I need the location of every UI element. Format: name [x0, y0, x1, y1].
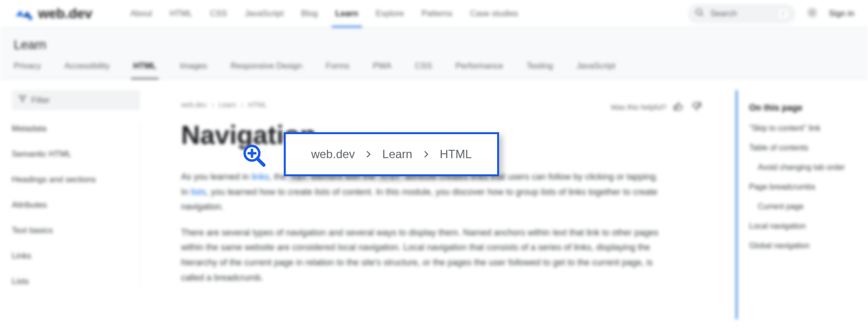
sub-nav: Privacy Accessibility HTML Images Respon…: [14, 61, 854, 79]
helpful-widget: Was this helpful?: [611, 101, 702, 113]
subnav-testing[interactable]: Testing: [526, 61, 553, 79]
thumbs-down-icon[interactable]: [691, 101, 702, 113]
chevron-right-icon: [422, 147, 430, 161]
nav-explore[interactable]: Explore: [376, 1, 404, 26]
svg-line-16: [257, 159, 264, 165]
nav-html[interactable]: HTML: [170, 1, 192, 26]
svg-point-0: [28, 16, 32, 20]
logo-icon: [14, 6, 33, 21]
top-bar: web.dev About HTML CSS JavaScript Blog L…: [0, 0, 868, 27]
signin-link[interactable]: Sign in: [829, 9, 854, 19]
top-right: Search / Sign in: [688, 4, 854, 24]
bc-item-html[interactable]: HTML: [248, 101, 267, 109]
sub-header: Learn Privacy Accessibility HTML Images …: [0, 27, 868, 79]
toc-tableofcontents[interactable]: Table of contents: [749, 143, 858, 152]
nav-patterns[interactable]: Patterns: [422, 1, 453, 26]
toc-skip[interactable]: "Skip to content" link: [749, 124, 858, 133]
zoom-bc-learn[interactable]: Learn: [382, 147, 412, 161]
toc: "Skip to content" link Table of contents…: [749, 124, 858, 250]
zoom-bc-root[interactable]: web.dev: [311, 147, 355, 161]
subnav-javascript[interactable]: JavaScript: [576, 61, 615, 79]
nav-javascript[interactable]: JavaScript: [245, 1, 283, 26]
zoom-bc-html[interactable]: HTML: [440, 147, 472, 161]
right-sidebar: On this page "Skip to content" link Tabl…: [736, 90, 868, 319]
subnav-images[interactable]: Images: [180, 61, 207, 79]
nav-about[interactable]: About: [130, 1, 152, 26]
theme-toggle-icon[interactable]: [806, 7, 818, 21]
top-nav: About HTML CSS JavaScript Blog Learn Exp…: [130, 1, 518, 26]
subhead-title: Learn: [14, 37, 854, 52]
logo[interactable]: web.dev: [14, 6, 92, 22]
nav-css[interactable]: CSS: [210, 1, 227, 26]
left-sidebar: Filter Metadata Semantic HTML Headings a…: [0, 79, 152, 319]
subnav-pwa[interactable]: PWA: [373, 61, 391, 79]
logo-text: web.dev: [38, 6, 92, 22]
svg-line-8: [809, 9, 810, 10]
link-links[interactable]: links: [251, 172, 269, 182]
toc-avoid-tab[interactable]: Avoid changing tab order: [749, 163, 858, 172]
nav-blog[interactable]: Blog: [301, 1, 318, 26]
main-content: web.dev › Learn › HTML Was this helpful?…: [152, 79, 731, 319]
sidebar-item-semantic[interactable]: Semantic HTML: [12, 149, 136, 159]
sidebar-item-headings[interactable]: Headings and sections: [12, 175, 136, 185]
sidebar-item-lists[interactable]: Lists: [12, 277, 136, 286]
content-columns: Filter Metadata Semantic HTML Headings a…: [0, 79, 868, 319]
filter-label: Filter: [31, 95, 50, 105]
search-placeholder: Search: [710, 9, 772, 19]
filter-icon: [19, 95, 26, 105]
nav-case-studies[interactable]: Case studies: [470, 1, 518, 26]
toc-global-nav[interactable]: Global navigation: [749, 241, 858, 250]
bc-item-learn[interactable]: Learn: [219, 101, 236, 109]
svg-marker-12: [19, 96, 26, 102]
nav-learn[interactable]: Learn: [336, 1, 358, 26]
sidebar-item-metadata[interactable]: Metadata: [12, 124, 136, 134]
sidebar-item-attributes[interactable]: Attributes: [12, 200, 136, 210]
magnifier-icon: [242, 143, 266, 167]
bc-item-root[interactable]: web.dev: [181, 101, 206, 109]
svg-line-11: [815, 9, 816, 10]
zoom-breadcrumb: web.dev Learn HTML: [311, 147, 472, 161]
svg-line-9: [815, 15, 816, 16]
link-lists[interactable]: lists: [191, 187, 206, 197]
sidebar-item-text[interactable]: Text basics: [12, 226, 136, 236]
toc-breadcrumbs[interactable]: Page breadcrumbs: [749, 183, 858, 191]
search-input[interactable]: Search /: [688, 4, 796, 24]
chevron-right-icon: ›: [241, 101, 244, 109]
subnav-responsive[interactable]: Responsive Design: [230, 61, 302, 79]
svg-line-2: [701, 14, 703, 16]
zoom-callout: web.dev Learn HTML: [284, 132, 499, 176]
helpful-label: Was this helpful?: [611, 103, 666, 111]
subnav-html[interactable]: HTML: [133, 61, 156, 79]
sidebar-item-links[interactable]: Links: [12, 251, 136, 261]
paragraph-2: There are several types of navigation an…: [181, 225, 661, 285]
subnav-accessibility[interactable]: Accessibility: [65, 61, 110, 79]
chevron-right-icon: ›: [211, 101, 214, 109]
subnav-privacy[interactable]: Privacy: [14, 61, 41, 79]
svg-point-3: [810, 11, 814, 15]
subnav-forms[interactable]: Forms: [326, 61, 349, 79]
chevron-right-icon: [365, 147, 372, 161]
toc-title: On this page: [749, 103, 858, 113]
thumbs-up-icon[interactable]: [673, 101, 684, 113]
search-icon: [695, 8, 705, 20]
toc-local-nav[interactable]: Local navigation: [749, 222, 858, 231]
filter-input[interactable]: Filter: [12, 90, 140, 110]
svg-point-1: [696, 9, 702, 15]
subnav-css[interactable]: CSS: [415, 61, 432, 79]
toc-current-page[interactable]: Current page: [749, 202, 858, 211]
svg-line-10: [809, 15, 810, 16]
search-shortcut: /: [778, 8, 789, 19]
subnav-performance[interactable]: Performance: [456, 61, 503, 79]
